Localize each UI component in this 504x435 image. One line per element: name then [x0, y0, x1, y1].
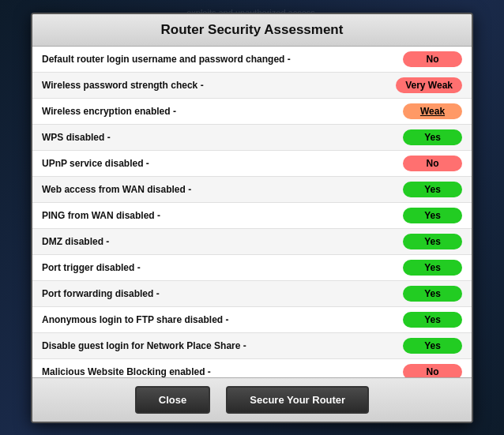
modal-body: Default router login username and passwo… — [32, 47, 472, 377]
router-security-modal: Router Security Assessment Default route… — [31, 13, 473, 423]
secure-router-button[interactable]: Secure Your Router — [226, 386, 369, 414]
row-label: Default router login username and passwo… — [42, 54, 403, 65]
table-row: Malicious Website Blocking enabled -No — [32, 359, 472, 377]
status-badge: Yes — [403, 234, 462, 249]
table-row: Wireless password strength check -Very W… — [32, 73, 472, 99]
status-badge: No — [403, 51, 462, 67]
row-label: Web access from WAN disabled - — [42, 184, 403, 195]
table-row: UPnP service disabled -No — [32, 151, 472, 177]
row-label: Disable guest login for Network Place Sh… — [42, 340, 403, 351]
row-label: Wireless password strength check - — [42, 80, 396, 91]
close-button[interactable]: Close — [135, 386, 210, 414]
row-label: Anonymous login to FTP share disabled - — [42, 314, 403, 325]
row-label: Port forwarding disabled - — [42, 288, 403, 299]
status-badge: Weak — [403, 103, 462, 119]
status-badge: No — [403, 364, 462, 377]
row-label: WPS disabled - — [42, 132, 403, 143]
status-badge: No — [403, 156, 462, 171]
status-badge: Yes — [403, 286, 462, 302]
row-label: Wireless encryption enabled - — [42, 106, 403, 117]
status-badge: Yes — [403, 182, 462, 197]
status-badge: Yes — [403, 129, 462, 145]
modal-footer: Close Secure Your Router — [32, 377, 472, 422]
row-label: UPnP service disabled - — [42, 158, 403, 169]
status-badge: Very Weak — [396, 77, 462, 93]
table-row: Web access from WAN disabled -Yes — [32, 177, 472, 203]
row-label: Port trigger disabled - — [42, 262, 403, 273]
row-label: DMZ disabled - — [42, 236, 403, 247]
table-row: WPS disabled -Yes — [32, 125, 472, 151]
status-badge: Yes — [403, 338, 462, 354]
table-row: PING from WAN disabled -Yes — [32, 203, 472, 229]
table-row: Anonymous login to FTP share disabled -Y… — [32, 307, 472, 333]
table-row: Default router login username and passwo… — [32, 47, 472, 73]
table-row: DMZ disabled -Yes — [32, 229, 472, 255]
modal-title: Router Security Assessment — [161, 22, 344, 37]
row-label: PING from WAN disabled - — [42, 210, 403, 221]
status-badge: Yes — [403, 312, 462, 328]
row-label: Malicious Website Blocking enabled - — [42, 366, 403, 377]
status-badge: Yes — [403, 260, 462, 276]
status-badge: Yes — [403, 208, 462, 223]
table-row: Port forwarding disabled -Yes — [32, 281, 472, 307]
table-row: Port trigger disabled -Yes — [32, 255, 472, 281]
modal-header: Router Security Assessment — [32, 14, 472, 47]
table-row: Wireless encryption enabled -Weak — [32, 99, 472, 125]
table-row: Disable guest login for Network Place Sh… — [32, 333, 472, 359]
